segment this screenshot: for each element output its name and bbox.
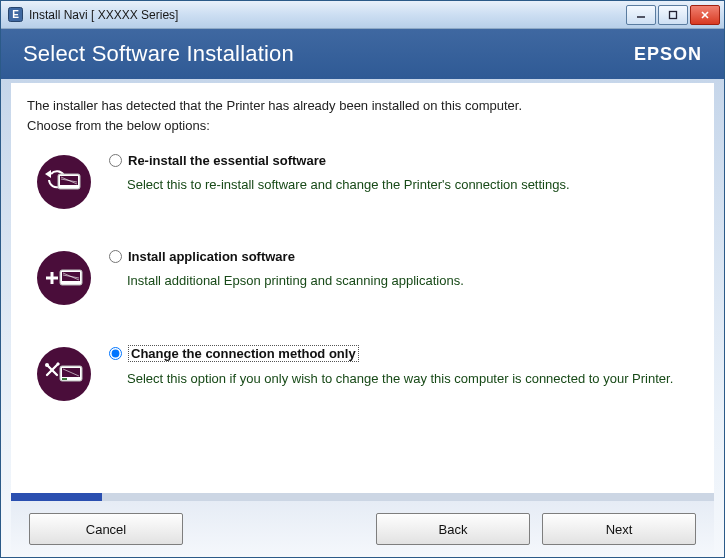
option-apps-desc: Install additional Epson printing and sc… xyxy=(127,272,698,290)
option-reinstall-head: Re-install the essential software xyxy=(109,153,698,168)
option-apps[interactable]: Install application software Install add… xyxy=(27,249,698,305)
option-change[interactable]: Change the connection method only Select… xyxy=(27,345,698,401)
page-title: Select Software Installation xyxy=(23,41,294,67)
app-icon: E xyxy=(7,7,23,23)
header-banner: Select Software Installation EPSON xyxy=(1,29,724,79)
option-apps-head: Install application software xyxy=(109,249,698,264)
back-button[interactable]: Back xyxy=(376,513,530,545)
option-reinstall-body: Re-install the essential software Select… xyxy=(109,153,698,194)
options-group: Re-install the essential software Select… xyxy=(27,153,698,401)
apps-icon xyxy=(37,251,91,305)
option-apps-label: Install application software xyxy=(128,249,295,264)
brand-logo: EPSON xyxy=(634,44,702,65)
titlebar: E Install Navi [ XXXXX Series] xyxy=(1,1,724,29)
intro-text-1: The installer has detected that the Prin… xyxy=(27,97,698,115)
close-button[interactable] xyxy=(690,5,720,25)
cancel-button[interactable]: Cancel xyxy=(29,513,183,545)
window: E Install Navi [ XXXXX Series] Select So… xyxy=(0,0,725,558)
reinstall-icon xyxy=(37,155,91,209)
radio-change[interactable] xyxy=(109,347,122,360)
svg-point-18 xyxy=(45,363,49,367)
footer: Cancel Back Next xyxy=(11,501,714,557)
maximize-button[interactable] xyxy=(658,5,688,25)
option-change-label: Change the connection method only xyxy=(128,345,359,362)
progress-bar xyxy=(11,493,714,501)
content-panel: The installer has detected that the Prin… xyxy=(11,83,714,493)
svg-text:E: E xyxy=(12,9,19,20)
window-controls xyxy=(626,5,720,25)
next-button[interactable]: Next xyxy=(542,513,696,545)
option-apps-body: Install application software Install add… xyxy=(109,249,698,290)
window-title: Install Navi [ XXXXX Series] xyxy=(29,8,626,22)
option-reinstall-label: Re-install the essential software xyxy=(128,153,326,168)
intro-text-2: Choose from the below options: xyxy=(27,117,698,135)
change-connection-icon xyxy=(37,347,91,401)
option-change-head: Change the connection method only xyxy=(109,345,698,362)
option-reinstall-desc: Select this to re-install software and c… xyxy=(127,176,698,194)
svg-rect-22 xyxy=(62,378,67,380)
option-reinstall[interactable]: Re-install the essential software Select… xyxy=(27,153,698,209)
svg-marker-6 xyxy=(45,170,51,178)
radio-reinstall[interactable] xyxy=(109,154,122,167)
content-outer: The installer has detected that the Prin… xyxy=(1,79,724,557)
option-change-desc: Select this option if you only wish to c… xyxy=(127,370,698,388)
option-change-body: Change the connection method only Select… xyxy=(109,345,698,388)
radio-apps[interactable] xyxy=(109,250,122,263)
svg-rect-3 xyxy=(670,11,677,18)
minimize-button[interactable] xyxy=(626,5,656,25)
progress-fill xyxy=(11,493,102,501)
